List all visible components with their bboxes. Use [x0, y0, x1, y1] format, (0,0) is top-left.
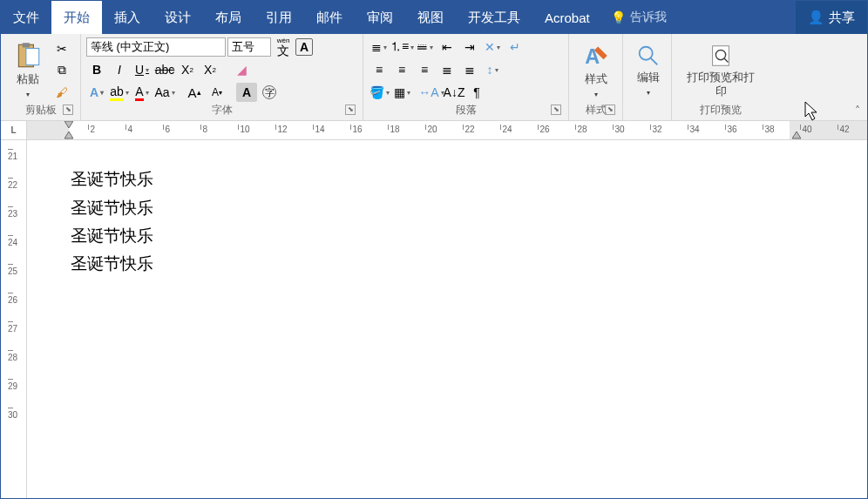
para-launcher[interactable]: ⬊ — [551, 105, 561, 115]
ruler-tick: 18 — [388, 125, 400, 130]
decrease-indent-button[interactable]: ⇤ — [437, 37, 458, 57]
borders-button[interactable]: ▦ — [391, 83, 412, 102]
ruler-tick: 34 — [688, 125, 700, 130]
paste-label: 粘贴 — [17, 72, 39, 85]
font-size-combo[interactable] — [227, 37, 271, 57]
document-line[interactable]: 圣诞节快乐 — [71, 195, 867, 221]
multilevel-button[interactable]: ⩸ — [414, 37, 435, 57]
bullets-button[interactable]: ≣ — [369, 37, 390, 57]
styles-launcher[interactable]: ⬊ — [605, 105, 615, 115]
ruler-tick: 42 — [837, 125, 850, 130]
tell-me[interactable]: 💡告诉我 — [602, 1, 675, 34]
ruler-tick: 10 — [238, 125, 250, 130]
ruler-horizontal[interactable]: L 24681012141618202224262830323436384042 — [1, 121, 867, 140]
document-page[interactable]: 圣诞节快乐圣诞节快乐圣诞节快乐圣诞节快乐 — [27, 140, 867, 498]
cut-button[interactable]: ✂ — [51, 39, 72, 58]
format-painter-button[interactable]: 🖌 — [51, 83, 72, 102]
clipboard-launcher[interactable]: ⬊ — [63, 105, 73, 115]
ruler-vertical[interactable]: 21222324252627282930 — [1, 140, 27, 498]
ruler-tick: 22 — [8, 178, 13, 190]
tab-file[interactable]: 文件 — [1, 1, 51, 34]
underline-button[interactable]: U — [132, 60, 153, 79]
document-line[interactable]: 圣诞节快乐 — [71, 223, 867, 249]
subscript-button[interactable]: X2 — [177, 60, 198, 79]
show-marks-button[interactable]: ↵ — [505, 37, 526, 57]
font-name-combo[interactable] — [86, 37, 226, 57]
char-scale-button[interactable]: ↔A — [421, 83, 442, 102]
tab-developer[interactable]: 开发工具 — [456, 1, 532, 34]
superscript-button[interactable]: X2 — [200, 60, 220, 79]
ruler-tick: 16 — [350, 125, 363, 130]
ruler-tick: 12 — [275, 125, 288, 130]
ruler-tick: 14 — [313, 125, 325, 130]
svg-marker-10 — [64, 131, 73, 138]
distribute-button[interactable]: ≣ — [459, 60, 480, 79]
clear-format-button[interactable]: ◢ — [231, 60, 252, 79]
ruler-tick: 25 — [8, 264, 13, 276]
document-line[interactable]: 圣诞节快乐 — [71, 251, 867, 277]
tab-review[interactable]: 审阅 — [355, 1, 405, 34]
ruler-tick: 24 — [500, 125, 512, 130]
highlight-button[interactable]: ab — [109, 83, 130, 102]
align-center-button[interactable]: ≡ — [391, 60, 412, 79]
strike-button[interactable]: abc — [154, 60, 175, 79]
sort-button[interactable]: A↓Z — [444, 83, 465, 102]
ruler-tick: 20 — [425, 125, 437, 130]
multilevel-icon: ⩸ — [416, 40, 428, 54]
group-clipboard: 粘贴▾ ✂ ⧉ 🖌 剪贴板⬊ — [1, 34, 81, 120]
ruler-tick: 21 — [8, 149, 13, 161]
font-launcher[interactable]: ⬊ — [345, 105, 356, 115]
group-print: 打印预览和打印 打印预览 — [672, 34, 770, 120]
collapse-ribbon[interactable]: ˄ — [855, 105, 860, 117]
tab-mailings[interactable]: 邮件 — [304, 1, 355, 34]
show-all-button[interactable]: ¶ — [466, 83, 487, 102]
text-effects-button[interactable]: A — [86, 83, 107, 102]
char-border-button[interactable]: A — [295, 38, 313, 56]
edit-button[interactable]: 编辑▾ — [628, 37, 668, 103]
ruler-tick: 23 — [8, 206, 13, 219]
shading-button[interactable]: 🪣 — [369, 83, 390, 102]
copy-button[interactable]: ⧉ — [51, 61, 72, 80]
styles-icon: A — [581, 41, 611, 71]
asian-layout-button[interactable]: ✕ — [482, 37, 503, 57]
tab-design[interactable]: 设计 — [153, 1, 203, 34]
align-left-button[interactable]: ≡ — [369, 60, 390, 79]
tab-insert[interactable]: 插入 — [102, 1, 153, 34]
para-group-label: 段落 — [456, 104, 477, 116]
ruler-corner[interactable]: L — [1, 121, 27, 139]
font-color-button[interactable]: A — [132, 83, 153, 102]
grow-font-button[interactable]: A▴ — [184, 83, 205, 102]
indent-marker-bottom[interactable] — [64, 131, 73, 139]
bold-button[interactable]: B — [86, 60, 107, 79]
increase-indent-button[interactable]: ⇥ — [459, 37, 480, 57]
enclose-char-button[interactable]: 字 — [259, 83, 280, 102]
ruler-tick: 8 — [200, 125, 208, 130]
phonetic-guide-button[interactable]: wén文 — [273, 37, 294, 57]
numbering-button[interactable]: ⒈≡ — [391, 37, 412, 57]
share-button[interactable]: 👤共享 — [796, 1, 867, 34]
eraser-icon: ◢ — [237, 63, 247, 77]
numbering-icon: ⒈≡ — [390, 39, 409, 55]
search-icon — [635, 43, 661, 69]
tab-layout[interactable]: 布局 — [203, 1, 254, 34]
italic-button[interactable]: I — [109, 60, 130, 79]
paste-button[interactable]: 粘贴▾ — [6, 37, 50, 103]
phonetic-bottom: 文 — [277, 44, 289, 57]
tab-acrobat[interactable]: Acrobat — [532, 1, 602, 34]
svg-marker-9 — [64, 121, 73, 128]
align-right-button[interactable]: ≡ — [414, 60, 435, 79]
document-line[interactable]: 圣诞节快乐 — [71, 166, 867, 192]
char-shading-button[interactable]: A — [236, 83, 257, 102]
styles-button[interactable]: A 样式▾ — [574, 37, 618, 103]
line-spacing-button[interactable]: ↕ — [482, 60, 503, 79]
shrink-font-button[interactable]: A▾ — [207, 83, 227, 102]
tab-home[interactable]: 开始 — [51, 1, 102, 34]
right-indent-marker[interactable] — [792, 131, 801, 139]
indent-marker-top[interactable] — [64, 121, 73, 130]
print-preview-button[interactable]: 打印预览和打印 — [677, 37, 764, 103]
tab-references[interactable]: 引用 — [254, 1, 304, 34]
bucket-icon: 🪣 — [370, 85, 384, 99]
justify-button[interactable]: ≣ — [437, 60, 458, 79]
tab-view[interactable]: 视图 — [405, 1, 456, 34]
change-case-button[interactable]: Aa — [154, 83, 175, 102]
